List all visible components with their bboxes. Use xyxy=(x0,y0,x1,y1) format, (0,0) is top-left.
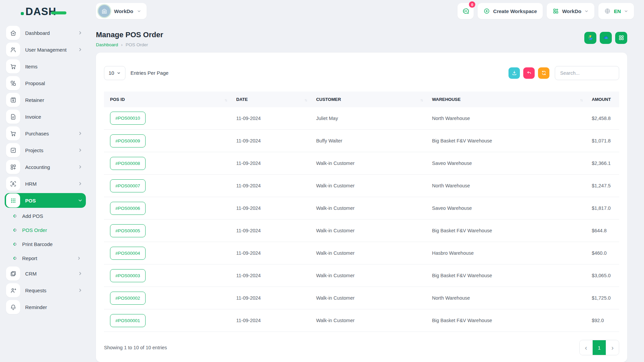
sidebar-item-requests[interactable]: Requests xyxy=(5,283,86,298)
app-root: DASH DashboardUser ManagementItemsPropos… xyxy=(0,0,644,362)
pos-id-link[interactable]: #POS00005 xyxy=(110,224,146,237)
sidebar-subitem-label: Print Barcode xyxy=(22,241,81,247)
workdo-menu-button[interactable]: WorkDo xyxy=(547,3,594,19)
sidebar-item-pos[interactable]: POS xyxy=(5,193,86,208)
warehouse-cell: North Warehouse xyxy=(426,287,586,309)
sidebar-subitem-label: POS Order xyxy=(22,227,81,233)
dash-logo: DASH xyxy=(21,6,66,18)
pagination-page-1[interactable]: 1 xyxy=(593,340,606,355)
date-cell: 11-09-2024 xyxy=(230,107,310,130)
sidebar-item-label: Retainer xyxy=(25,97,83,103)
pos-id-link[interactable]: #POS00003 xyxy=(110,269,146,282)
date-cell: 11-09-2024 xyxy=(230,264,310,287)
refresh-button[interactable] xyxy=(538,67,549,79)
pos-id-link[interactable]: #POS00004 xyxy=(110,247,146,260)
page-head: Manage POS Order Dashboard › POS Order xyxy=(91,22,644,47)
grid-icon xyxy=(618,35,625,41)
reset-button[interactable] xyxy=(523,67,535,79)
amount-cell: $1,247.5 xyxy=(586,175,619,197)
warehouse-cell: Hasbro Warehouse xyxy=(426,242,586,264)
bullet-icon xyxy=(13,214,17,218)
sidebar-subitem-pos-order[interactable]: POS Order xyxy=(5,224,86,236)
pos-id-link[interactable]: #POS00001 xyxy=(110,314,146,327)
cart-icon xyxy=(6,126,20,140)
google-drive-button[interactable] xyxy=(584,32,596,44)
sidebar-item-label: Accounting xyxy=(25,164,78,170)
breadcrumb-dashboard-link[interactable]: Dashboard xyxy=(96,42,118,47)
sidebar-item-dashboard[interactable]: Dashboard xyxy=(5,25,86,40)
grid-view-button[interactable] xyxy=(615,32,627,44)
sidebar-item-label: Projects xyxy=(25,147,78,153)
building-icon xyxy=(101,8,108,14)
customer-cell: Walk-in Customer xyxy=(310,242,426,264)
bullet-icon xyxy=(13,256,17,260)
users-icon xyxy=(6,43,20,57)
sidebar-item-items[interactable]: Items xyxy=(5,59,86,74)
date-cell: 11-09-2024 xyxy=(230,152,310,175)
entries-per-page-select[interactable]: 10 xyxy=(104,66,125,80)
sidebar-item-hrm[interactable]: HRM xyxy=(5,176,86,191)
column-header-warehouse[interactable]: WAREHOUSE↑↓ xyxy=(426,92,586,107)
chevron-down-icon xyxy=(137,9,141,13)
column-header-amount: AMOUNT xyxy=(586,92,619,107)
bullet-icon xyxy=(13,242,17,246)
column-label: WAREHOUSE xyxy=(432,97,461,102)
pos-id-link[interactable]: #POS00010 xyxy=(110,112,146,125)
pos-id-link[interactable]: #POS00008 xyxy=(110,157,146,170)
chevron-down-icon xyxy=(624,9,628,13)
onedrive-button[interactable] xyxy=(600,32,612,44)
sidebar-item-label: CRM xyxy=(25,271,78,277)
sidebar-subitem-print-barcode[interactable]: Print Barcode xyxy=(5,238,86,250)
date-cell: 11-09-2024 xyxy=(230,197,310,220)
sort-icon[interactable]: ↑↓ xyxy=(224,97,227,102)
chevron-right-icon xyxy=(78,131,83,136)
column-header-pos-id[interactable]: POS ID↑↓ xyxy=(104,92,230,107)
create-workspace-button[interactable]: Create Workspace xyxy=(478,3,543,19)
create-workspace-label: Create Workspace xyxy=(493,8,537,14)
sidebar-item-invoice[interactable]: Invoice xyxy=(5,109,86,124)
pagination-prev-button[interactable]: ‹ xyxy=(580,340,593,355)
sidebar-item-purchases[interactable]: Purchases xyxy=(5,126,86,141)
pos-id-link[interactable]: #POS00007 xyxy=(110,179,146,192)
pos-orders-table: POS ID↑↓DATE↑↓CUSTOMER↑↓WAREHOUSE↑↓AMOUN… xyxy=(104,92,619,332)
sidebar-subitem-add-pos[interactable]: Add POS xyxy=(5,210,86,222)
workdo-menu-label: WorkDo xyxy=(562,8,581,14)
workspace-switcher[interactable]: WorkDo xyxy=(96,3,147,19)
brand-logo[interactable]: DASH xyxy=(0,0,91,23)
sidebar-item-projects[interactable]: Projects xyxy=(5,143,86,158)
sidebar-item-label: Purchases xyxy=(25,131,78,136)
pos-id-link[interactable]: #POS00006 xyxy=(110,202,146,215)
export-button[interactable] xyxy=(508,67,520,79)
sort-icon[interactable]: ↑↓ xyxy=(304,97,307,102)
customer-cell: Walk-in Customer xyxy=(310,175,426,197)
column-header-customer[interactable]: CUSTOMER↑↓ xyxy=(310,92,426,107)
pagination-next-button[interactable]: › xyxy=(606,340,619,355)
entries-per-page-value: 10 xyxy=(109,70,114,76)
bell-icon xyxy=(6,300,20,314)
language-selector[interactable]: EN xyxy=(598,3,634,19)
chevron-right-icon xyxy=(78,181,83,186)
customer-cell: Walk-in Customer xyxy=(310,197,426,220)
sort-icon[interactable]: ↑↓ xyxy=(420,97,423,102)
warehouse-cell: Big Basket F&V Warehouse xyxy=(426,130,586,152)
sidebar-item-reminder[interactable]: Reminder xyxy=(5,300,86,314)
search-input[interactable] xyxy=(555,66,619,80)
sidebar-item-retainer[interactable]: Retainer xyxy=(5,93,86,107)
sidebar-item-accounting[interactable]: Accounting xyxy=(5,160,86,174)
breadcrumb-current: POS Order xyxy=(125,42,148,47)
sidebar-subitem-report[interactable]: Report xyxy=(5,252,86,264)
table-header: POS ID↑↓DATE↑↓CUSTOMER↑↓WAREHOUSE↑↓AMOUN… xyxy=(104,92,619,107)
pos-id-link[interactable]: #POS00002 xyxy=(110,292,146,305)
column-header-date[interactable]: DATE↑↓ xyxy=(230,92,310,107)
messages-button[interactable]: 0 xyxy=(458,3,474,19)
sort-icon[interactable]: ↑↓ xyxy=(580,97,582,102)
integration-actions xyxy=(584,32,627,44)
date-cell: 11-09-2024 xyxy=(230,220,310,242)
sidebar-item-user-management[interactable]: User Management xyxy=(5,42,86,57)
pos-id-link[interactable]: #POS00009 xyxy=(110,134,146,147)
sidebar-item-crm[interactable]: CRM xyxy=(5,266,86,281)
customer-cell: Buffy Walter xyxy=(310,130,426,152)
sidebar-item-proposal[interactable]: Proposal xyxy=(5,76,86,90)
table-row: #POS0000111-09-2024Walk-in CustomerBig B… xyxy=(104,309,619,332)
grid-plus-icon xyxy=(552,8,559,14)
